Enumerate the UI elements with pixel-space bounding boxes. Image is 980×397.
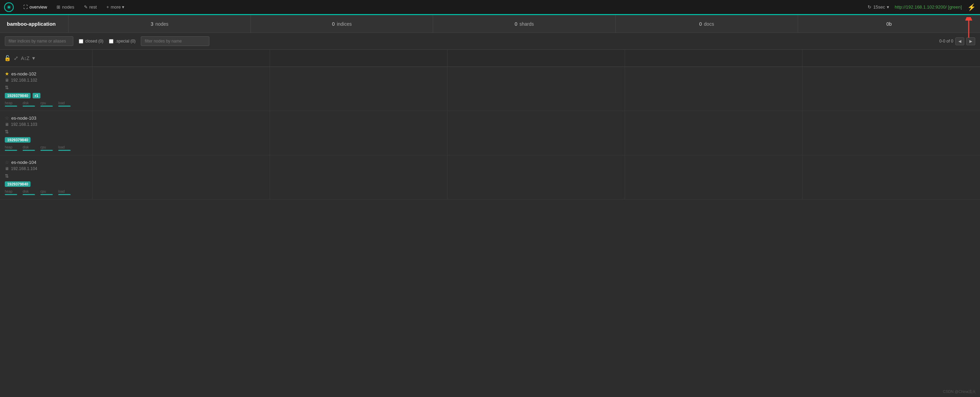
metric-heap: heap (5, 190, 17, 195)
node-ip: 192.168.1.102 (11, 78, 37, 83)
svg-point-2 (8, 6, 10, 8)
more-label: more ▾ (111, 5, 124, 10)
closed-checkbox[interactable] (79, 39, 83, 43)
nav-nodes[interactable]: ⊞ nodes (52, 2, 78, 12)
overview-label: overview (29, 5, 47, 10)
data-col5 (802, 111, 980, 155)
node-ip: 192.168.1.104 (11, 166, 37, 171)
special-checkbox-label[interactable]: .special (0) (109, 39, 136, 43)
node-name: es-node-102 (11, 71, 36, 77)
server-status: [green] (948, 5, 962, 10)
metric-cpu-bar (40, 150, 53, 151)
metric-disk-label: disk (22, 101, 29, 105)
grid-header-col3 (447, 50, 625, 67)
grid-header-col5 (802, 50, 980, 67)
master-star-icon: ★ (5, 71, 9, 77)
shard-arrows-icon: ⇅ (5, 173, 9, 179)
metric-heap-label: heap (5, 101, 12, 105)
lightning-icon[interactable]: ⚡ (967, 3, 976, 11)
data-col1 (92, 155, 270, 199)
data-col2 (270, 67, 447, 111)
filter-indices-input[interactable] (5, 36, 73, 46)
shard-arrows-icon: ⇅ (5, 85, 9, 90)
node-shard-row: ⇅ (5, 85, 88, 90)
metric-disk: disk (22, 190, 35, 195)
special-checkbox[interactable] (109, 39, 113, 43)
stats-bar: bamboo-application 3 nodes 0 indices 0 s… (0, 15, 980, 33)
data-col1 (92, 67, 270, 111)
prev-page-button[interactable]: ◀ (955, 37, 964, 45)
app-logo[interactable] (4, 2, 14, 12)
lock-icon[interactable]: 🔓 (4, 55, 11, 61)
metric-load-bar (58, 150, 71, 151)
data-col3 (447, 155, 625, 199)
dropdown-icon[interactable]: ▾ (32, 55, 35, 61)
shards-stat: 0 shards (433, 15, 616, 33)
metric-cpu-label: cpu (40, 190, 46, 193)
server-icon: 🖥 (5, 78, 9, 83)
node-badges: 1929379840 (5, 181, 88, 187)
data-col3 (447, 67, 625, 111)
heap-badge: 1929379840 (5, 181, 30, 187)
next-page-button[interactable]: ▶ (966, 37, 975, 45)
metric-load: load (58, 190, 71, 195)
node-name: es-node-104 (11, 160, 36, 165)
filter-bar: closed (0) .special (0) 0-0 of 0 ◀ ▶ (0, 33, 980, 50)
refresh-dropdown-icon[interactable]: ▾ (887, 5, 889, 10)
nodes-icon: ⊞ (57, 5, 60, 10)
cluster-name: bamboo-application (0, 15, 68, 33)
data-col4 (625, 111, 802, 155)
node-cell-es-node-102: ★ es-node-102 🖥 192.168.1.102 ⇅ 19293798… (0, 67, 92, 111)
docs-stat: 0 docs (616, 15, 798, 33)
nav-overview[interactable]: ⛶ overview (19, 2, 51, 12)
indices-stat: 0 indices (251, 15, 433, 33)
grid-header-col4 (625, 50, 802, 67)
metric-load: load (58, 145, 71, 151)
node-badges: 1929379840 (5, 137, 88, 143)
refresh-interval: 15sec (873, 5, 885, 10)
node-ip: 192.168.1.103 (11, 122, 37, 127)
sort-az-icon[interactable]: A↕Z (21, 56, 29, 61)
metric-cpu-label: cpu (40, 145, 46, 149)
more-icon: + (106, 5, 109, 10)
metric-load-label: load (58, 145, 65, 149)
filter-nodes-input[interactable] (141, 36, 209, 46)
metric-cpu-bar (40, 194, 53, 195)
metric-heap-bar (5, 150, 17, 151)
refresh-button[interactable]: ↻ 15sec ▾ (868, 5, 889, 10)
node-shard-row: ⇅ (5, 129, 88, 134)
shard-arrows-icon: ⇅ (5, 129, 9, 134)
metric-disk-label: disk (22, 190, 29, 193)
server-icon: 🖥 (5, 166, 9, 171)
metric-heap: heap (5, 145, 17, 151)
rest-label: rest (89, 5, 97, 10)
r1-badge: r1 (33, 93, 40, 98)
nav-links: ⛶ overview ⊞ nodes ✎ rest + more ▾ (19, 2, 129, 12)
pagination-controls: 0-0 of 0 ◀ ▶ (939, 37, 975, 45)
heap-badge: 1929379840 (5, 93, 30, 98)
data-col2 (270, 111, 447, 155)
metric-heap-label: heap (5, 190, 12, 193)
metric-load-label: load (58, 101, 65, 105)
pagination-text: 0-0 of 0 (939, 39, 953, 43)
node-metrics: heap disk cpu load (5, 190, 88, 195)
nav-rest[interactable]: ✎ rest (80, 2, 101, 12)
metric-heap-bar (5, 194, 17, 195)
node-metrics: heap disk cpu load (5, 101, 88, 107)
metric-load: load (58, 101, 71, 107)
main-grid: 🔓 ⤢ A↕Z ▾ ★ es-node-102 🖥 192.168.1.102 … (0, 50, 980, 199)
closed-checkbox-label[interactable]: closed (0) (79, 39, 103, 43)
node-name-row: ☆ es-node-104 (5, 159, 88, 165)
heap-badge: 1929379840 (5, 137, 30, 143)
data-col1 (92, 111, 270, 155)
data-col4 (625, 67, 802, 111)
data-col5 (802, 67, 980, 111)
expand-icon[interactable]: ⤢ (14, 55, 18, 61)
non-master-star-icon: ☆ (5, 115, 9, 121)
node-metrics: heap disk cpu load (5, 145, 88, 151)
metric-cpu: cpu (40, 145, 53, 151)
nav-more[interactable]: + more ▾ (102, 2, 129, 12)
metric-disk: disk (22, 101, 35, 107)
data-col3 (447, 111, 625, 155)
grid-header-col1 (92, 50, 270, 67)
